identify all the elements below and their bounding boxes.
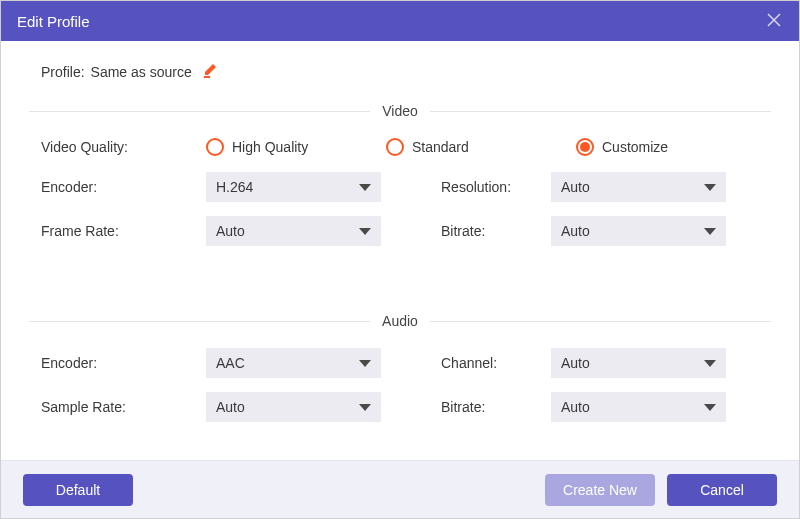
radio-high-quality[interactable]: High Quality bbox=[206, 138, 386, 156]
radio-standard-label: Standard bbox=[412, 139, 469, 155]
audio-settings-grid: Encoder: AAC Channel: Auto Sample Rate: … bbox=[29, 348, 771, 422]
chevron-down-icon bbox=[359, 404, 371, 411]
default-button[interactable]: Default bbox=[23, 474, 133, 506]
video-bitrate-label: Bitrate: bbox=[441, 223, 551, 239]
close-icon[interactable] bbox=[765, 11, 783, 32]
video-quality-label: Video Quality: bbox=[41, 139, 206, 155]
video-encoder-value: H.264 bbox=[216, 179, 253, 195]
audio-section-divider: Audio bbox=[29, 312, 771, 330]
audio-samplerate-select[interactable]: Auto bbox=[206, 392, 381, 422]
video-resolution-label: Resolution: bbox=[441, 179, 551, 195]
radio-customize-label: Customize bbox=[602, 139, 668, 155]
video-framerate-label: Frame Rate: bbox=[41, 223, 206, 239]
audio-channel-value: Auto bbox=[561, 355, 590, 371]
audio-bitrate-label: Bitrate: bbox=[441, 399, 551, 415]
pencil-icon[interactable] bbox=[202, 61, 220, 82]
window-title: Edit Profile bbox=[17, 13, 90, 30]
radio-customize[interactable]: Customize bbox=[576, 138, 668, 156]
profile-value: Same as source bbox=[91, 64, 192, 80]
video-framerate-value: Auto bbox=[216, 223, 245, 239]
content-area: Profile: Same as source Video Video Qual… bbox=[1, 41, 799, 460]
video-encoder-label: Encoder: bbox=[41, 179, 206, 195]
video-framerate-select[interactable]: Auto bbox=[206, 216, 381, 246]
video-resolution-select[interactable]: Auto bbox=[551, 172, 726, 202]
video-settings-grid: Encoder: H.264 Resolution: Auto Frame Ra… bbox=[29, 172, 771, 246]
titlebar: Edit Profile bbox=[1, 1, 799, 41]
video-section-divider: Video bbox=[29, 102, 771, 120]
audio-encoder-label: Encoder: bbox=[41, 355, 206, 371]
radio-standard[interactable]: Standard bbox=[386, 138, 576, 156]
video-bitrate-value: Auto bbox=[561, 223, 590, 239]
audio-samplerate-value: Auto bbox=[216, 399, 245, 415]
audio-encoder-value: AAC bbox=[216, 355, 245, 371]
chevron-down-icon bbox=[704, 404, 716, 411]
profile-label: Profile: bbox=[41, 64, 85, 80]
audio-samplerate-label: Sample Rate: bbox=[41, 399, 206, 415]
radio-high-quality-label: High Quality bbox=[232, 139, 308, 155]
audio-bitrate-select[interactable]: Auto bbox=[551, 392, 726, 422]
edit-profile-window: Edit Profile Profile: Same as source Vid… bbox=[0, 0, 800, 519]
video-quality-row: Video Quality: High Quality Standard Cus… bbox=[29, 138, 771, 156]
chevron-down-icon bbox=[359, 228, 371, 235]
audio-bitrate-value: Auto bbox=[561, 399, 590, 415]
radio-icon bbox=[576, 138, 594, 156]
video-resolution-value: Auto bbox=[561, 179, 590, 195]
video-bitrate-select[interactable]: Auto bbox=[551, 216, 726, 246]
audio-channel-select[interactable]: Auto bbox=[551, 348, 726, 378]
video-encoder-select[interactable]: H.264 bbox=[206, 172, 381, 202]
radio-icon bbox=[206, 138, 224, 156]
profile-row: Profile: Same as source bbox=[29, 61, 771, 82]
audio-encoder-select[interactable]: AAC bbox=[206, 348, 381, 378]
create-new-button[interactable]: Create New bbox=[545, 474, 655, 506]
video-section-label: Video bbox=[370, 103, 430, 119]
chevron-down-icon bbox=[704, 360, 716, 367]
radio-icon bbox=[386, 138, 404, 156]
chevron-down-icon bbox=[359, 360, 371, 367]
chevron-down-icon bbox=[704, 184, 716, 191]
audio-section-label: Audio bbox=[370, 313, 430, 329]
audio-channel-label: Channel: bbox=[441, 355, 551, 371]
cancel-button[interactable]: Cancel bbox=[667, 474, 777, 506]
chevron-down-icon bbox=[359, 184, 371, 191]
chevron-down-icon bbox=[704, 228, 716, 235]
footer: Default Create New Cancel bbox=[1, 460, 799, 518]
